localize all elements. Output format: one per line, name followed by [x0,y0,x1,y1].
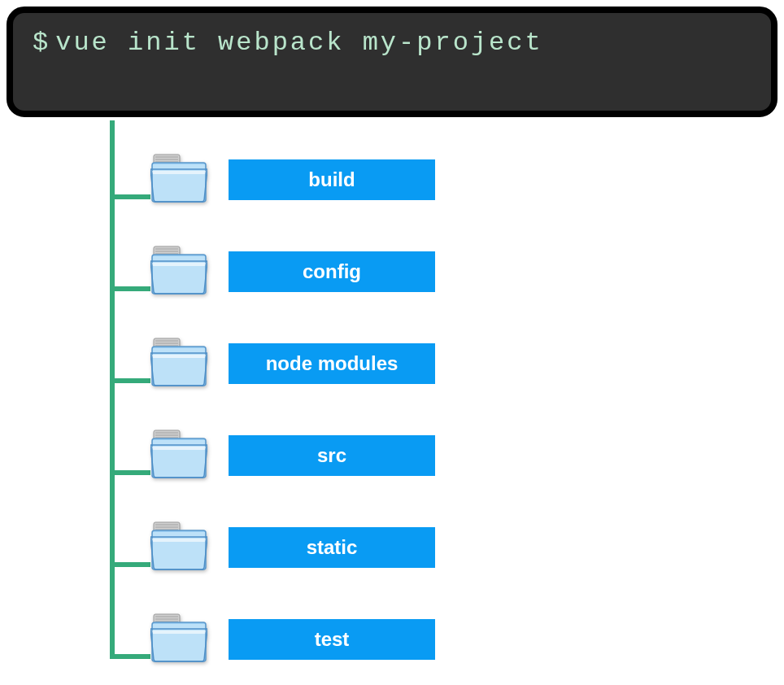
folder-label: node modules [229,343,435,384]
tree-branch-line [110,470,150,475]
folder-label: test [229,619,435,660]
terminal-window: $vue init webpack my-project [7,7,777,117]
tree-branch-line [110,562,150,567]
tree-branch-line [110,378,150,383]
tree-branch-line [110,654,150,659]
terminal-command: vue init webpack my-project [55,28,542,58]
folder-label: static [229,527,435,568]
folder-label: build [229,159,435,200]
folder-icon [149,521,207,574]
folder-icon [149,337,207,390]
folder-row: src [110,429,435,482]
tree-branch-line [110,194,150,199]
folder-label: src [229,435,435,476]
folder-label: config [229,251,435,292]
folder-row: test [110,613,435,666]
folder-row: build [110,153,435,207]
terminal-command-line: $vue init webpack my-project [33,28,751,58]
folder-icon [149,245,207,299]
tree-branch-line [110,286,150,291]
folder-row: node modules [110,337,435,390]
folder-row: config [110,245,435,299]
terminal-prompt: $ [33,28,50,58]
folder-icon [149,153,207,207]
folder-icon [149,613,207,666]
folder-icon [149,429,207,482]
folder-row: static [110,521,435,574]
